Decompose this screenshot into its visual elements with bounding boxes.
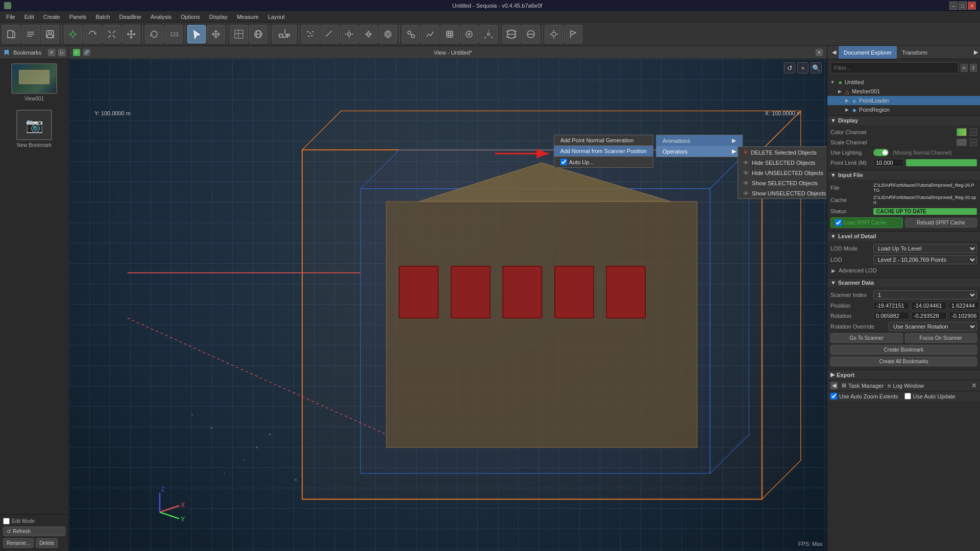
focus-on-scanner-button[interactable]: Focus On Scanner [905,333,977,343]
maximize-button[interactable]: □ [959,2,967,10]
ctx-show-selected[interactable]: 👁 Show SELECTED Objects [738,178,827,188]
position-y-input[interactable] [911,302,947,310]
create-all-bookmarks-button[interactable]: Create All Bookmarks [830,357,977,366]
menu-options[interactable]: Options [177,13,204,21]
panel-expand-icon[interactable]: ◀ [829,48,839,57]
new-bookmark-item[interactable]: 📷 New Bookmark [0,106,68,152]
bookmark-view001[interactable]: View001 [0,59,68,106]
point-limit-input[interactable] [873,159,904,167]
toolbar-markers[interactable] [402,25,420,43]
task-bar-close[interactable]: ✕ [971,382,977,389]
filter-btn-a[interactable]: A [961,64,968,72]
toolbar-measure[interactable] [321,25,339,43]
lod-mode-select[interactable]: Load Up To Level [873,244,977,253]
ctx-auto-up-checkbox[interactable]: Auto Up... [560,159,594,165]
tree-pointregion[interactable]: ▶ ◆ PointRegion [827,105,980,114]
tree-toggle-root[interactable]: ▼ [829,79,836,85]
toolbar-save[interactable] [41,25,59,43]
toolbar-rotate[interactable] [83,25,102,43]
toolbar-scan[interactable] [340,25,358,43]
viewport-add-button[interactable]: + [797,62,808,73]
toolbar-globe[interactable] [502,25,521,43]
tree-toggle-mesher[interactable]: ▶ [837,88,843,94]
toolbar-numbers[interactable]: 123 [164,25,183,43]
viewport-close[interactable]: ✕ [816,49,823,56]
create-bookmark-button[interactable]: Create Bookmark [830,345,977,355]
auto-update-input[interactable] [904,393,911,399]
export-section-header[interactable]: ▶ Export [827,370,980,380]
advanced-lod-toggle[interactable]: ▶ [830,267,837,273]
toolbar-flag[interactable] [564,25,582,43]
edit-mode-input[interactable] [3,518,10,524]
load-sprt-check[interactable] [835,219,842,226]
tree-toggle-pointregion[interactable]: ▶ [844,107,850,113]
filter-input[interactable] [830,62,959,73]
toolbar-scatter[interactable] [301,25,320,43]
tree-mesher[interactable]: ▶ △ Mesher001 [827,87,980,96]
toolbar-move[interactable] [122,25,140,43]
tab-transform[interactable]: Transform [897,46,933,59]
tree-root[interactable]: ▼ ■ Untitled [827,78,980,87]
scale-channel-mini-btn[interactable]: ⋯ [970,139,977,146]
use-lighting-toggle[interactable] [873,149,889,156]
menu-batch[interactable]: Batch [91,13,114,21]
position-x-input[interactable] [873,302,909,310]
toolbar-pan[interactable] [207,25,225,43]
bookmarks-expand-button[interactable]: ▷ [58,49,65,56]
log-window-tab[interactable]: ≡ Log Window [888,383,924,389]
minimize-button[interactable]: – [949,2,958,10]
ctx-hide-unselected[interactable]: 👁 Hide UNSELECTED Objects [738,168,827,178]
delete-button[interactable]: Delete [36,538,58,548]
toolbar-new[interactable] [2,25,20,43]
viewport-refresh-button[interactable]: ↺ [784,62,795,73]
lod-section-header[interactable]: ▼ Level of Detail [827,232,980,241]
tab-document-explorer[interactable]: Document Explorer [839,46,897,59]
toolbar-grid[interactable] [230,25,248,43]
viewport-search-button[interactable]: 🔍 [811,62,822,73]
tree-toggle-pointloader[interactable]: ▶ [844,97,850,104]
ctx-delete-selected[interactable]: ✕ DELETE Selected Objects [738,147,827,158]
toolbar-sphere[interactable] [249,25,267,43]
toolbar-transform[interactable] [64,25,82,43]
ctx-operators[interactable]: Operators ▶ [656,146,742,157]
go-to-scanner-button[interactable]: Go To Scanner [830,333,903,343]
toolbar-align[interactable] [359,25,378,43]
scanner-index-select[interactable]: 1 [873,290,977,299]
rotation-x-input[interactable] [873,312,909,320]
menu-file[interactable]: File [2,13,19,21]
toolbar-scale[interactable] [103,25,121,43]
display-section-header[interactable]: ▼ Display [827,116,980,125]
toolbar-sphere2[interactable] [522,25,540,43]
ctx-show-unselected[interactable]: 👁 Show UNSELECTED Objects [738,188,827,198]
toolbar-clip-button[interactable]: ▐ CLIP [272,25,297,43]
ctx-add-normal-scanner[interactable]: Add Normal from Scanner Position [554,146,653,157]
bookmarks-close-button[interactable]: ✕ [48,49,55,56]
tree-pointloader[interactable]: ▶ ◆ PointLoader [827,96,980,105]
auto-update-checkbox[interactable]: Use Auto Update [904,393,955,399]
filter-btn-z[interactable]: Z [970,64,977,72]
menu-edit[interactable]: Edit [20,13,38,21]
input-file-section-header[interactable]: ▼ Input File [827,170,980,180]
lod-value-select[interactable]: Level 2 - 10,206,769 Points [873,255,977,264]
scanner-data-section-header[interactable]: ▼ Scanner Data [827,278,980,287]
menu-display[interactable]: Display [205,13,232,21]
ctx-hide-selected[interactable]: 👁 Hide SELECTED Objects [738,158,827,168]
ctx-animations[interactable]: Animations ▶ [656,135,742,146]
rebuild-sprt-button[interactable]: Rebuild SPRT Cache [905,218,977,228]
menu-create[interactable]: Create [39,13,64,21]
toolbar-settings[interactable] [545,25,563,43]
toolbar-process[interactable] [460,25,478,43]
menu-layout[interactable]: Layout [264,13,289,21]
menu-panels[interactable]: Panels [65,13,91,21]
rotation-override-select[interactable]: Use Scanner Rotation [889,322,977,331]
menu-measure[interactable]: Measure [233,13,263,21]
menu-analysis[interactable]: Analysis [146,13,176,21]
auto-zoom-input[interactable] [830,393,837,399]
position-z-input[interactable] [949,302,979,310]
rename-button[interactable]: Rename... [3,538,34,548]
ctx-add-normal-gen[interactable]: Add Point Normal Generation [554,135,653,146]
toolbar-target[interactable] [379,25,397,43]
rotation-y-input[interactable] [911,312,947,320]
menu-deadline[interactable]: Deadline [115,13,145,21]
panel-collapse-btn[interactable]: ◀ [830,382,838,389]
